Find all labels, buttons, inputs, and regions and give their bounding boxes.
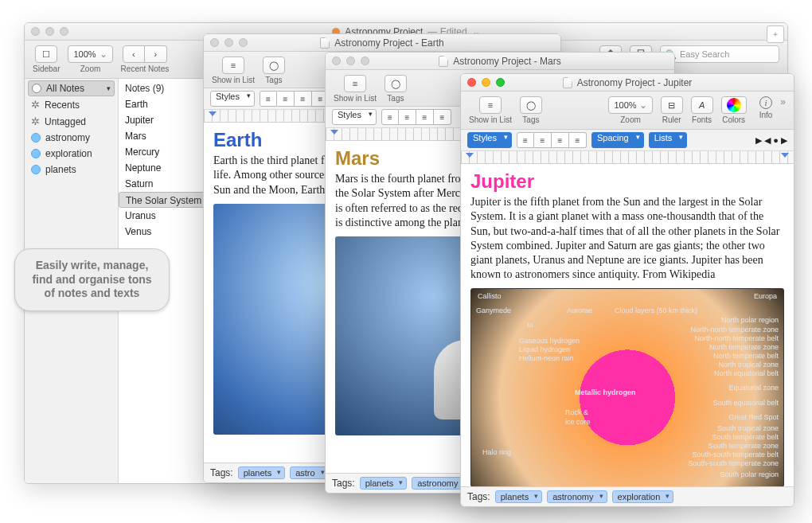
align-left-button[interactable]: ≡ <box>260 91 277 107</box>
tag[interactable]: planets <box>360 477 407 490</box>
marketing-callout: Easily write, manage, find and organise … <box>14 248 170 311</box>
sidebar-item-recents[interactable]: ✲Recents <box>25 96 118 113</box>
note-row[interactable]: Saturn <box>119 176 215 192</box>
toolbar-zoom-label: Zoom <box>80 64 101 73</box>
notes-header: Notes (9) <box>119 80 215 96</box>
note-row[interactable]: Earth <box>119 96 215 112</box>
document-icon <box>439 56 448 67</box>
align-center-button[interactable]: ≡ <box>399 109 416 125</box>
sidebar-item-untagged[interactable]: ✲Untagged <box>25 113 118 130</box>
align-center-button[interactable]: ≡ <box>277 91 295 107</box>
styles-select[interactable]: Styles <box>332 109 377 125</box>
recent-back-button[interactable]: ‹ <box>123 45 145 63</box>
align-right-button[interactable]: ≡ <box>295 91 312 107</box>
close-icon[interactable] <box>31 27 40 36</box>
doc-body-text: Jupiter is the fifth planet from the Sun… <box>470 195 784 282</box>
window-title: Astronomy Project - Mars <box>439 56 560 67</box>
tags-button[interactable]: ◯ <box>385 75 407 92</box>
toolbar-recent-label: Recent Notes <box>121 64 170 73</box>
gear-icon: ✲ <box>31 99 40 111</box>
close-icon[interactable] <box>467 78 476 87</box>
show-in-list-button[interactable]: ≡ <box>222 57 244 74</box>
recent-forward-button[interactable]: › <box>145 45 167 63</box>
note-row[interactable]: The Solar System <box>119 192 215 208</box>
tag[interactable]: exploration <box>612 490 674 503</box>
note-row[interactable]: Uranus <box>119 208 215 224</box>
window-title: Astronomy Project - Earth <box>320 37 443 49</box>
minimize-icon[interactable] <box>224 38 233 47</box>
note-row[interactable]: Neptune <box>119 160 215 176</box>
maximize-icon[interactable] <box>361 57 369 65</box>
sidebar-item-astronomy[interactable]: astronomy <box>25 130 118 146</box>
sidebar-item-all-notes[interactable]: All Notes <box>28 80 115 96</box>
ruler[interactable] <box>461 151 794 164</box>
note-row[interactable]: Mars <box>119 128 215 144</box>
maximize-icon[interactable] <box>496 78 505 87</box>
jupiter-diagram: Callisto Europa Ganymede Aurorae Cloud l… <box>470 288 784 486</box>
tag[interactable]: planets <box>495 490 542 503</box>
colors-button[interactable] <box>721 96 747 114</box>
info-button[interactable]: i <box>759 96 772 109</box>
note-row[interactable]: Jupiter <box>119 112 215 128</box>
tags-label: Tags: <box>210 467 233 478</box>
tag[interactable]: astro <box>290 466 328 479</box>
search-placeholder: Easy Search <box>680 49 729 59</box>
align-justify-button[interactable]: ≡ <box>569 132 587 148</box>
tags-button[interactable]: ◯ <box>263 57 285 74</box>
spacing-select[interactable]: Spacing <box>591 132 644 148</box>
doc-heading: Jupiter <box>470 169 784 193</box>
zoom-select[interactable]: 100%⌄ <box>608 96 652 114</box>
note-row[interactable]: Mercury <box>119 144 215 160</box>
minimize-icon[interactable] <box>346 57 355 65</box>
align-center-button[interactable]: ≡ <box>534 132 552 148</box>
align-left-button[interactable]: ≡ <box>517 132 534 148</box>
overflow-icon[interactable]: » <box>780 96 786 107</box>
zoom-select[interactable]: 100% ⌄ <box>68 45 112 63</box>
tag[interactable]: astronomy <box>547 490 607 503</box>
toolbar-sidebar-label: Sidebar <box>33 64 60 73</box>
note-row[interactable]: Venus <box>119 224 215 240</box>
ruler-button[interactable]: ⊟ <box>661 96 683 114</box>
search-input[interactable]: 🔍 Easy Search <box>660 45 779 63</box>
minimize-icon[interactable] <box>482 78 490 87</box>
show-in-list-button[interactable]: ≡ <box>344 75 366 92</box>
gear-icon: ✲ <box>31 115 40 127</box>
maximize-icon[interactable] <box>239 38 248 47</box>
sidebar-item-exploration[interactable]: exploration <box>25 146 118 162</box>
nav-arrows[interactable]: ▶ ◀ ● ▶ <box>755 135 787 146</box>
sidebar-toggle-button[interactable]: ☐ <box>35 45 57 63</box>
document-icon <box>563 77 572 88</box>
tags-label: Tags: <box>467 491 490 502</box>
lists-select[interactable]: Lists <box>649 132 688 148</box>
show-in-list-button[interactable]: ≡ <box>479 96 502 114</box>
close-icon[interactable] <box>332 57 341 65</box>
document-icon <box>320 37 330 49</box>
align-left-button[interactable]: ≡ <box>381 109 399 125</box>
styles-select[interactable]: Styles <box>210 91 255 107</box>
window-title: Astronomy Project - Jupiter <box>563 77 693 88</box>
styles-select[interactable]: Styles <box>467 132 512 148</box>
align-right-button[interactable]: ≡ <box>552 132 569 148</box>
sidebar-item-planets[interactable]: planets <box>25 162 118 178</box>
tags-button[interactable]: ◯ <box>520 96 542 114</box>
align-right-button[interactable]: ≡ <box>416 109 434 125</box>
tag[interactable]: planets <box>238 466 285 479</box>
maximize-icon[interactable] <box>60 27 68 36</box>
add-note-button[interactable]: ＋ <box>767 25 784 43</box>
minimize-icon[interactable] <box>45 27 54 36</box>
align-justify-button[interactable]: ≡ <box>434 109 451 125</box>
close-icon[interactable] <box>210 38 219 47</box>
tags-label: Tags: <box>332 478 355 489</box>
fonts-button[interactable]: A <box>691 96 713 114</box>
color-wheel-icon <box>727 98 741 112</box>
